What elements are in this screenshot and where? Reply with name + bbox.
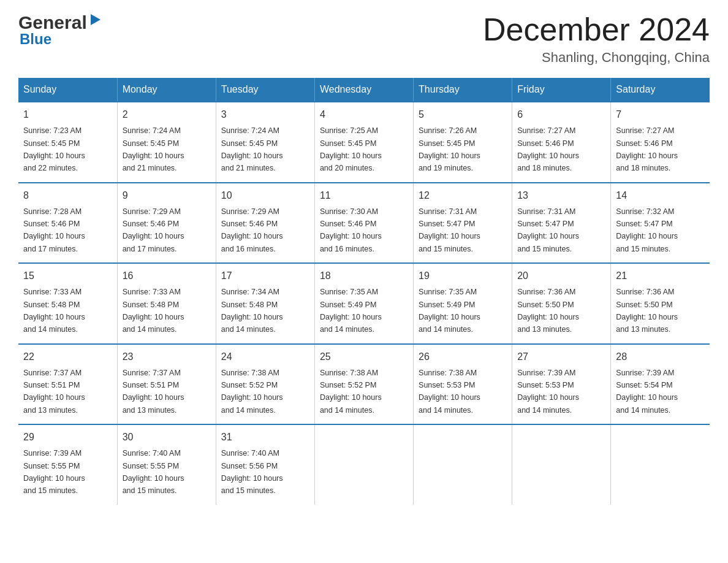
calendar-cell: 20 Sunrise: 7:36 AMSunset: 5:50 PMDaylig… (512, 263, 611, 344)
day-info: Sunrise: 7:37 AMSunset: 5:51 PMDaylight:… (23, 369, 85, 415)
calendar-cell: 22 Sunrise: 7:37 AMSunset: 5:51 PMDaylig… (18, 344, 117, 425)
title-block: December 2024 Shanling, Chongqing, China (483, 12, 710, 66)
day-number: 11 (320, 188, 408, 203)
day-info: Sunrise: 7:33 AMSunset: 5:48 PMDaylight:… (23, 288, 85, 334)
day-number: 6 (517, 107, 605, 122)
calendar-cell: 10 Sunrise: 7:29 AMSunset: 5:46 PMDaylig… (216, 183, 314, 264)
day-number: 13 (517, 188, 605, 203)
day-number: 16 (123, 269, 211, 283)
calendar-cell: 16 Sunrise: 7:33 AMSunset: 5:48 PMDaylig… (117, 263, 216, 344)
calendar-cell: 7 Sunrise: 7:27 AMSunset: 5:46 PMDayligh… (611, 102, 710, 183)
calendar-subtitle: Shanling, Chongqing, China (483, 50, 710, 66)
calendar-title: December 2024 (483, 12, 710, 47)
day-info: Sunrise: 7:29 AMSunset: 5:46 PMDaylight:… (221, 207, 283, 253)
day-number: 25 (320, 350, 408, 364)
day-number: 23 (123, 350, 211, 364)
calendar-cell: 26 Sunrise: 7:38 AMSunset: 5:53 PMDaylig… (414, 344, 512, 425)
calendar-week-4: 22 Sunrise: 7:37 AMSunset: 5:51 PMDaylig… (18, 344, 710, 425)
day-number: 8 (23, 188, 112, 203)
day-number: 5 (419, 107, 507, 122)
header-tuesday: Tuesday (216, 78, 314, 102)
day-number: 1 (23, 107, 112, 122)
day-number: 28 (616, 350, 705, 364)
calendar-week-5: 29 Sunrise: 7:39 AMSunset: 5:55 PMDaylig… (18, 424, 710, 505)
day-info: Sunrise: 7:39 AMSunset: 5:54 PMDaylight:… (616, 369, 678, 415)
calendar-week-2: 8 Sunrise: 7:28 AMSunset: 5:46 PMDayligh… (18, 183, 710, 264)
calendar-cell (414, 424, 512, 505)
day-info: Sunrise: 7:35 AMSunset: 5:49 PMDaylight:… (419, 288, 480, 334)
calendar-cell: 18 Sunrise: 7:35 AMSunset: 5:49 PMDaylig… (314, 263, 413, 344)
day-number: 27 (517, 350, 605, 364)
day-info: Sunrise: 7:40 AMSunset: 5:55 PMDaylight:… (123, 449, 184, 495)
calendar-cell: 9 Sunrise: 7:29 AMSunset: 5:46 PMDayligh… (117, 183, 216, 264)
logo: General Blue (18, 12, 103, 48)
calendar-cell (611, 424, 710, 505)
calendar-cell: 21 Sunrise: 7:36 AMSunset: 5:50 PMDaylig… (611, 263, 710, 344)
svg-marker-0 (91, 14, 100, 25)
day-number: 24 (221, 350, 309, 364)
logo-arrow-icon (89, 13, 103, 29)
calendar-cell: 29 Sunrise: 7:39 AMSunset: 5:55 PMDaylig… (18, 424, 117, 505)
calendar-cell (512, 424, 611, 505)
header-friday: Friday (512, 78, 611, 102)
calendar-cell: 19 Sunrise: 7:35 AMSunset: 5:49 PMDaylig… (414, 263, 512, 344)
header-thursday: Thursday (414, 78, 512, 102)
day-number: 31 (221, 430, 309, 445)
day-info: Sunrise: 7:23 AMSunset: 5:45 PMDaylight:… (23, 126, 85, 172)
day-info: Sunrise: 7:25 AMSunset: 5:45 PMDaylight:… (320, 126, 382, 172)
calendar-cell: 5 Sunrise: 7:26 AMSunset: 5:45 PMDayligh… (414, 102, 512, 183)
calendar-cell: 6 Sunrise: 7:27 AMSunset: 5:46 PMDayligh… (512, 102, 611, 183)
day-number: 29 (23, 430, 112, 445)
calendar-header-row: SundayMondayTuesdayWednesdayThursdayFrid… (18, 78, 710, 102)
calendar-cell: 17 Sunrise: 7:34 AMSunset: 5:48 PMDaylig… (216, 263, 314, 344)
day-info: Sunrise: 7:29 AMSunset: 5:46 PMDaylight:… (123, 207, 184, 253)
calendar-cell: 23 Sunrise: 7:37 AMSunset: 5:51 PMDaylig… (117, 344, 216, 425)
day-number: 18 (320, 269, 408, 283)
logo-general-text: General (18, 12, 87, 33)
header-sunday: Sunday (18, 78, 117, 102)
day-info: Sunrise: 7:24 AMSunset: 5:45 PMDaylight:… (221, 126, 283, 172)
calendar-cell (314, 424, 413, 505)
day-info: Sunrise: 7:28 AMSunset: 5:46 PMDaylight:… (23, 207, 85, 253)
calendar-table: SundayMondayTuesdayWednesdayThursdayFrid… (18, 78, 710, 505)
calendar-cell: 15 Sunrise: 7:33 AMSunset: 5:48 PMDaylig… (18, 263, 117, 344)
day-number: 3 (221, 107, 309, 122)
calendar-cell: 1 Sunrise: 7:23 AMSunset: 5:45 PMDayligh… (18, 102, 117, 183)
calendar-cell: 3 Sunrise: 7:24 AMSunset: 5:45 PMDayligh… (216, 102, 314, 183)
day-number: 30 (123, 430, 211, 445)
day-number: 10 (221, 188, 309, 203)
calendar-cell: 28 Sunrise: 7:39 AMSunset: 5:54 PMDaylig… (611, 344, 710, 425)
day-info: Sunrise: 7:32 AMSunset: 5:47 PMDaylight:… (616, 207, 678, 253)
day-number: 22 (23, 350, 112, 364)
day-info: Sunrise: 7:34 AMSunset: 5:48 PMDaylight:… (221, 288, 283, 334)
calendar-cell: 27 Sunrise: 7:39 AMSunset: 5:53 PMDaylig… (512, 344, 611, 425)
calendar-cell: 14 Sunrise: 7:32 AMSunset: 5:47 PMDaylig… (611, 183, 710, 264)
calendar-week-1: 1 Sunrise: 7:23 AMSunset: 5:45 PMDayligh… (18, 102, 710, 183)
day-info: Sunrise: 7:33 AMSunset: 5:48 PMDaylight:… (123, 288, 184, 334)
day-info: Sunrise: 7:27 AMSunset: 5:46 PMDaylight:… (517, 126, 579, 172)
day-info: Sunrise: 7:39 AMSunset: 5:55 PMDaylight:… (23, 449, 85, 495)
day-number: 21 (616, 269, 705, 283)
calendar-cell: 8 Sunrise: 7:28 AMSunset: 5:46 PMDayligh… (18, 183, 117, 264)
day-number: 4 (320, 107, 408, 122)
calendar-cell: 4 Sunrise: 7:25 AMSunset: 5:45 PMDayligh… (314, 102, 413, 183)
day-info: Sunrise: 7:38 AMSunset: 5:53 PMDaylight:… (419, 369, 480, 415)
day-info: Sunrise: 7:38 AMSunset: 5:52 PMDaylight:… (221, 369, 283, 415)
day-info: Sunrise: 7:30 AMSunset: 5:46 PMDaylight:… (320, 207, 382, 253)
day-info: Sunrise: 7:36 AMSunset: 5:50 PMDaylight:… (616, 288, 678, 334)
day-number: 19 (419, 269, 507, 283)
day-number: 26 (419, 350, 507, 364)
day-number: 12 (419, 188, 507, 203)
day-info: Sunrise: 7:24 AMSunset: 5:45 PMDaylight:… (123, 126, 184, 172)
day-info: Sunrise: 7:40 AMSunset: 5:56 PMDaylight:… (221, 449, 283, 495)
day-number: 7 (616, 107, 705, 122)
header-monday: Monday (117, 78, 216, 102)
day-info: Sunrise: 7:35 AMSunset: 5:49 PMDaylight:… (320, 288, 382, 334)
day-info: Sunrise: 7:36 AMSunset: 5:50 PMDaylight:… (517, 288, 579, 334)
header-wednesday: Wednesday (314, 78, 413, 102)
day-number: 2 (123, 107, 211, 122)
calendar-cell: 30 Sunrise: 7:40 AMSunset: 5:55 PMDaylig… (117, 424, 216, 505)
day-info: Sunrise: 7:38 AMSunset: 5:52 PMDaylight:… (320, 369, 382, 415)
day-info: Sunrise: 7:31 AMSunset: 5:47 PMDaylight:… (517, 207, 579, 253)
calendar-cell: 31 Sunrise: 7:40 AMSunset: 5:56 PMDaylig… (216, 424, 314, 505)
